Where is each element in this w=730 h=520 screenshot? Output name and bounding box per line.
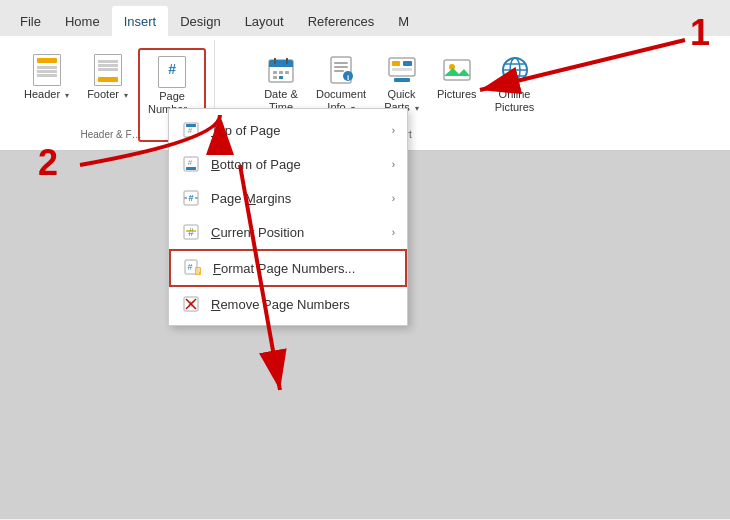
header-footer-group-label: Header & F… xyxy=(81,129,142,140)
top-of-page-arrow: › xyxy=(392,125,395,136)
svg-rect-21 xyxy=(444,60,470,80)
page-margins-icon: # xyxy=(181,188,201,208)
menu-item-page-margins[interactable]: # Page Margins › xyxy=(169,181,407,215)
header-button[interactable]: Header ▾ xyxy=(16,48,77,142)
svg-rect-38 xyxy=(195,197,198,199)
current-position-arrow: › xyxy=(392,227,395,238)
bottom-of-page-icon: # xyxy=(181,154,201,174)
svg-rect-33 xyxy=(186,167,196,170)
format-page-numbers-icon: # xyxy=(183,258,203,278)
docinfo-icon: i xyxy=(325,52,357,88)
svg-text:#: # xyxy=(188,193,193,203)
svg-rect-19 xyxy=(392,68,412,71)
menu-item-format-page-numbers[interactable]: # Format Page Numbers... xyxy=(169,249,407,287)
remove-page-numbers-text: Remove Page Numbers xyxy=(211,297,395,312)
tab-design[interactable]: Design xyxy=(168,6,232,36)
online-pictures-label: OnlinePictures xyxy=(495,88,535,114)
svg-rect-7 xyxy=(285,71,289,74)
footer-icon xyxy=(92,52,124,88)
svg-rect-17 xyxy=(392,61,400,66)
svg-rect-11 xyxy=(334,62,348,64)
remove-page-numbers-icon: # xyxy=(181,294,201,314)
tab-insert[interactable]: Insert xyxy=(112,6,169,36)
svg-rect-37 xyxy=(184,197,187,199)
svg-rect-18 xyxy=(403,61,412,66)
page-number-dropdown: # Top of Page › # Bottom of Page › # Pag… xyxy=(168,108,408,326)
header-icon xyxy=(31,52,63,88)
svg-text:i: i xyxy=(347,73,349,82)
svg-rect-12 xyxy=(334,66,348,68)
tab-layout[interactable]: Layout xyxy=(233,6,296,36)
online-pictures-icon xyxy=(499,52,531,88)
menu-item-remove-page-numbers[interactable]: # Remove Page Numbers xyxy=(169,287,407,321)
tab-more[interactable]: M xyxy=(386,6,421,36)
svg-rect-9 xyxy=(279,76,283,79)
svg-rect-2 xyxy=(269,64,293,67)
bottom-of-page-arrow: › xyxy=(392,159,395,170)
menu-item-bottom-of-page[interactable]: # Bottom of Page › xyxy=(169,147,407,181)
header-label: Header ▾ xyxy=(24,88,69,101)
footer-button[interactable]: Footer ▾ xyxy=(79,48,136,142)
svg-text:#: # xyxy=(187,262,192,272)
page-number-icon xyxy=(156,54,188,90)
svg-rect-5 xyxy=(273,71,277,74)
tab-home[interactable]: Home xyxy=(53,6,112,36)
page-margins-text: Page Margins xyxy=(211,191,382,206)
pictures-button[interactable]: Pictures xyxy=(429,48,485,142)
ribbon-tabs: File Home Insert Design Layout Reference… xyxy=(0,0,730,36)
tab-file[interactable]: File xyxy=(8,6,53,36)
menu-item-top-of-page[interactable]: # Top of Page › xyxy=(169,113,407,147)
current-position-text: Current Position xyxy=(211,225,382,240)
page-margins-arrow: › xyxy=(392,193,395,204)
bottom-of-page-text: Bottom of Page xyxy=(211,157,382,172)
svg-rect-13 xyxy=(334,70,344,72)
top-of-page-text: Top of Page xyxy=(211,123,382,138)
menu-item-current-position[interactable]: # Current Position › xyxy=(169,215,407,249)
svg-rect-16 xyxy=(389,58,415,76)
svg-text:#: # xyxy=(188,158,193,167)
quickparts-icon xyxy=(386,52,418,88)
top-of-page-icon: # xyxy=(181,120,201,140)
format-page-numbers-text: Format Page Numbers... xyxy=(213,261,393,276)
svg-text:#: # xyxy=(188,227,194,238)
svg-rect-8 xyxy=(273,76,277,79)
tab-references[interactable]: References xyxy=(296,6,386,36)
pictures-label: Pictures xyxy=(437,88,477,101)
online-pictures-button[interactable]: OnlinePictures xyxy=(487,48,543,142)
svg-rect-6 xyxy=(279,71,283,74)
footer-label: Footer ▾ xyxy=(87,88,128,101)
svg-rect-20 xyxy=(394,78,410,82)
current-position-icon: # xyxy=(181,222,201,242)
datetime-icon xyxy=(265,52,297,88)
svg-text:#: # xyxy=(188,126,193,135)
pictures-icon xyxy=(441,52,473,88)
